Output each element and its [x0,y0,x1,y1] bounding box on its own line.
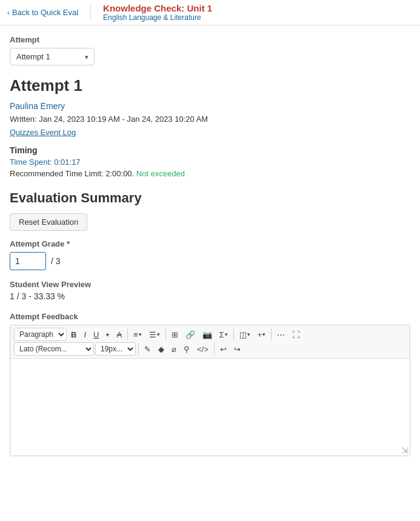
rte-container: Paragraph Heading 1 Heading 2 B I U ▾ A … [10,325,410,456]
formula-button[interactable]: Σ▾ [216,328,231,341]
remove-format-button[interactable]: ⌀ [168,343,179,356]
time-spent: Time Spent: 0:01:17 [10,158,410,167]
timing-label: Timing [10,145,410,155]
table-insert-button[interactable]: ⊞ [168,328,181,341]
underline-button[interactable]: U [90,328,102,341]
toolbar-divider-4 [271,328,272,340]
reset-evaluation-button[interactable]: Reset Evaluation [10,213,87,231]
align-button[interactable]: ≡▾ [130,328,145,341]
student-view-value: 1 / 3 - 33.33 % [10,291,410,301]
rte-toolbar: Paragraph Heading 1 Heading 2 B I U ▾ A … [10,325,410,359]
written-dates: Written: Jan 24, 2023 10:19 AM - Jan 24,… [10,114,410,124]
toolbar-divider-2 [165,328,166,340]
toolbar-divider-3 [233,328,234,340]
not-exceeded-text: Not exceeded [136,169,185,178]
italic-button[interactable]: I [81,328,89,341]
add-button[interactable]: +▾ [255,328,269,341]
strikethrough-button[interactable]: A [113,328,125,341]
back-link-label: Back to Quick Eval [12,8,78,17]
link-button[interactable]: 🔗 [182,328,198,341]
list-button[interactable]: ☰▾ [146,328,163,341]
fullscreen-button[interactable]: ⛶ [289,328,303,341]
page-subtitle: English Language & Literature [103,13,212,22]
attempt-label: Attempt [10,35,410,44]
eval-summary-heading: Evaluation Summary [10,190,410,206]
attempt-grade-label: Attempt Grade * [10,239,410,248]
find-replace-button[interactable]: ⚲ [181,343,193,356]
grade-input[interactable] [10,252,46,270]
toolbar-divider-5 [138,343,139,355]
grade-denominator: / 3 [51,256,61,266]
paint-button[interactable]: ✎ [141,343,154,356]
code-button[interactable]: </> [194,343,212,356]
rte-toolbar-row1: Paragraph Heading 1 Heading 2 B I U ▾ A … [14,328,406,341]
image-button[interactable]: 📷 [199,328,215,341]
main-content: Attempt Attempt 1 Attempt 2 ▾ Attempt 1 … [0,25,420,456]
back-link[interactable]: ‹ Back to Quick Eval [7,4,91,21]
rte-toolbar-row2: Lato (Recom... Arial Times New Roman 19p… [14,342,406,356]
header-title-block: Knowledge Check: Unit 1 English Language… [103,3,212,22]
rte-body[interactable]: ⇲ [10,359,410,456]
attempt-dropdown-wrap: Attempt 1 Attempt 2 ▾ [10,48,95,65]
undo-button[interactable]: ↩ [217,343,230,356]
redo-button[interactable]: ↪ [231,343,244,356]
attempt-dropdown[interactable]: Attempt 1 Attempt 2 [10,48,95,65]
resize-handle[interactable]: ⇲ [401,446,408,454]
chevron-left-icon: ‹ [7,8,10,17]
attempt-heading: Attempt 1 [10,76,410,95]
toolbar-divider-6 [214,343,215,355]
highlight-button[interactable]: ◆ [155,343,167,356]
font-size-select[interactable]: 19px... 12px 14px 16px 18px 24px [95,342,136,356]
paragraph-select[interactable]: Paragraph Heading 1 Heading 2 [14,328,67,341]
grade-row: / 3 [10,252,410,270]
time-limit: Recommended Time Limit: 2:00:00. Not exc… [10,169,410,178]
event-log-link[interactable]: Quizzes Event Log [10,128,76,137]
page-title: Knowledge Check: Unit 1 [103,3,212,13]
feedback-label: Attempt Feedback [10,312,410,321]
bold-button[interactable]: B [68,328,79,341]
page-header: ‹ Back to Quick Eval Knowledge Check: Un… [0,0,420,25]
more-button[interactable]: ⋯ [274,328,288,341]
student-name: Paulina Emery [10,101,410,111]
font-select[interactable]: Lato (Recom... Arial Times New Roman [14,342,94,356]
toolbar-divider-1 [127,328,128,340]
time-limit-text: Recommended Time Limit: 2:00:00. [10,169,134,178]
underline-dropdown-btn[interactable]: ▾ [103,330,112,340]
student-view-label: Student View Preview [10,280,410,289]
table-button[interactable]: ◫▾ [236,328,253,341]
